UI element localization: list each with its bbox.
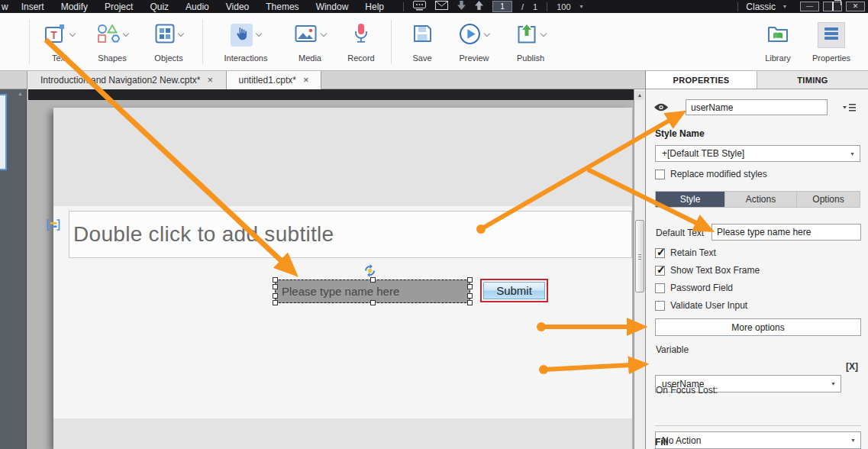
replace-modified-styles-label: Replace modified styles: [670, 169, 767, 179]
subtitle-placeholder-box[interactable]: Double click to add subtitle: [69, 211, 632, 258]
selection-handle[interactable]: [370, 277, 376, 283]
text-tool-label: Text: [52, 53, 67, 63]
media-tool-label: Media: [298, 53, 321, 63]
selection-handle[interactable]: [273, 300, 278, 305]
chevron-down-icon[interactable]: [484, 31, 490, 37]
default-text-value: Please type name here: [717, 227, 811, 237]
properties-button[interactable]: Properties: [802, 21, 860, 63]
workspace-dropdown-icon[interactable]: ▾: [783, 3, 786, 10]
replace-modified-styles-checkbox[interactable]: [655, 170, 665, 179]
chevron-down-icon[interactable]: [540, 31, 546, 37]
restore-button[interactable]: [823, 2, 842, 11]
menu-themes[interactable]: Themes: [257, 2, 307, 12]
scrollbar-thumb[interactable]: [635, 220, 644, 292]
next-slide-icon[interactable]: [475, 1, 483, 12]
minimize-button[interactable]: —: [800, 2, 819, 11]
media-icon: [295, 24, 318, 46]
shapes-tool-button[interactable]: Shapes: [83, 21, 141, 63]
panel-menu-icon[interactable]: [843, 103, 856, 115]
captivate-window: w Insert Modify Project Quiz Audio Video…: [0, 0, 868, 449]
previous-slide-icon[interactable]: [457, 1, 466, 12]
slide-notes-icon[interactable]: [413, 1, 426, 13]
tab-actions[interactable]: Actions: [724, 192, 796, 207]
tab-untitled1[interactable]: untitled1.cptx* ×: [227, 71, 321, 89]
scrollbar-up-icon[interactable]: ▲: [635, 91, 644, 100]
item-name-value: userName: [691, 102, 733, 113]
menu-modify[interactable]: Modify: [53, 2, 96, 12]
close-button[interactable]: ✕: [846, 2, 865, 11]
document-tab-bar: Introduction and Navigation2 New.cptx* ×…: [0, 71, 645, 89]
tab-style[interactable]: Style: [656, 192, 724, 207]
menu-audio[interactable]: Audio: [177, 2, 218, 12]
slide-footer-band: [53, 418, 632, 449]
chevron-down-icon[interactable]: [177, 31, 183, 37]
more-options-button[interactable]: More options: [655, 318, 861, 336]
selection-handle[interactable]: [467, 277, 473, 283]
menu-quiz[interactable]: Quiz: [141, 2, 177, 12]
selection-handle[interactable]: [467, 284, 473, 289]
menu-help[interactable]: Help: [357, 2, 392, 12]
save-button[interactable]: Save: [398, 21, 447, 63]
slide-number-input[interactable]: 1: [492, 1, 512, 12]
text-entry-box[interactable]: Please type name here: [275, 279, 470, 303]
library-label: Library: [765, 53, 791, 63]
menu-project[interactable]: Project: [96, 2, 141, 12]
menu-window[interactable]: Window: [308, 2, 357, 12]
preview-button[interactable]: Preview: [447, 21, 502, 63]
validate-user-input-checkbox[interactable]: [655, 301, 665, 311]
tab-timing[interactable]: TIMING: [757, 71, 868, 89]
show-text-box-frame-checkbox[interactable]: [655, 266, 665, 276]
selection-handle[interactable]: [273, 284, 278, 289]
menu-partial[interactable]: w: [0, 2, 13, 12]
close-icon[interactable]: ×: [303, 76, 309, 84]
default-text-label: Default Text: [656, 228, 704, 238]
show-frame-row: Show Text Box Frame: [655, 265, 760, 276]
selection-handle[interactable]: [370, 300, 376, 305]
on-focus-lost-dropdown[interactable]: No Action ▼: [655, 431, 861, 449]
selection-handle[interactable]: [467, 293, 473, 299]
submit-button[interactable]: Submit: [483, 282, 545, 299]
slide-thumbnail[interactable]: [0, 94, 7, 170]
menu-video[interactable]: Video: [218, 2, 257, 12]
close-icon[interactable]: ×: [207, 76, 213, 84]
item-name-input[interactable]: userName: [686, 99, 828, 115]
zoom-dropdown-icon[interactable]: ▾: [580, 3, 583, 10]
workspace-selector[interactable]: Classic: [746, 2, 776, 12]
retain-text-checkbox[interactable]: [655, 248, 665, 258]
text-entry-default-text: Please type name here: [276, 285, 399, 298]
password-field-label: Password Field: [670, 283, 733, 293]
validate-user-input-label: Validate User Input: [670, 300, 747, 311]
tab-options[interactable]: Options: [796, 192, 860, 207]
chevron-down-icon[interactable]: [256, 31, 262, 37]
library-button[interactable]: Library: [753, 21, 802, 63]
style-name-dropdown[interactable]: +[Default TEB Style] ▼: [655, 145, 860, 162]
media-tool-button[interactable]: Media: [282, 21, 337, 63]
chevron-down-icon[interactable]: [122, 31, 128, 37]
objects-tool-button[interactable]: Objects: [141, 21, 196, 63]
canvas-vertical-scrollbar[interactable]: ▲: [634, 89, 645, 449]
zoom-level-value[interactable]: 100: [557, 2, 570, 11]
chevron-down-icon[interactable]: [69, 31, 76, 37]
password-field-checkbox[interactable]: [655, 283, 665, 293]
record-tool-button[interactable]: Record: [337, 21, 385, 63]
interactions-tool-button[interactable]: Interactions: [209, 21, 282, 63]
publish-button[interactable]: Publish: [502, 21, 560, 63]
email-icon[interactable]: [435, 1, 448, 12]
visibility-eye-icon[interactable]: [653, 102, 669, 115]
chevron-down-icon[interactable]: [320, 31, 326, 37]
objects-icon: [155, 24, 175, 47]
filmstrip-scroll-up-icon[interactable]: ▲: [18, 91, 23, 96]
slide-stage[interactable]: Double click to add subtitle Please type…: [53, 108, 632, 449]
selection-handle[interactable]: [467, 300, 473, 305]
remove-variable-button[interactable]: [X]: [846, 361, 858, 372]
selection-handle[interactable]: [273, 277, 278, 283]
main-toolbar: T Text Shapes Objects: [0, 13, 868, 71]
submit-button-selection: Submit: [480, 279, 548, 302]
tab-introduction-and-navigation2[interactable]: Introduction and Navigation2 New.cptx* ×: [27, 71, 227, 89]
tab-properties[interactable]: PROPERTIES: [646, 71, 757, 89]
text-tool-button[interactable]: T Text: [36, 21, 83, 63]
selection-handle[interactable]: [273, 293, 278, 299]
menu-insert[interactable]: Insert: [13, 2, 53, 12]
panel-header: PROPERTIES TIMING: [645, 71, 868, 89]
default-text-input[interactable]: Please type name here: [712, 224, 861, 241]
